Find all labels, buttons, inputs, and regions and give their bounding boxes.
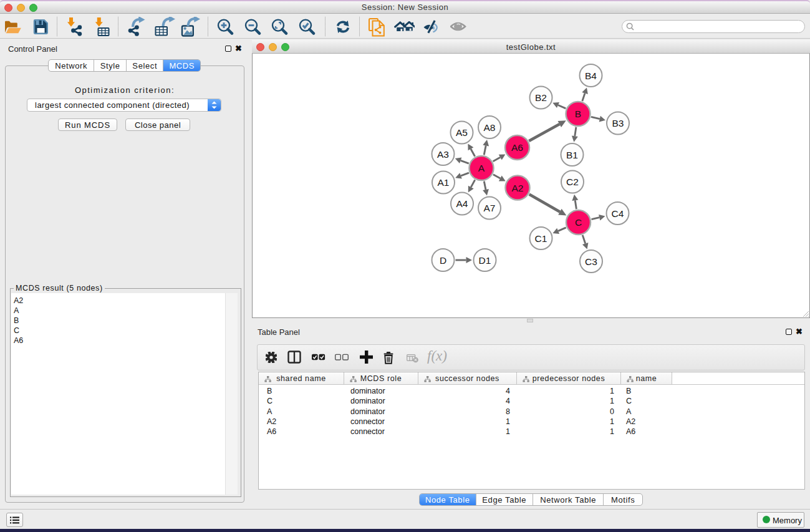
svg-text:B2: B2: [535, 92, 547, 103]
svg-text:A2: A2: [512, 183, 524, 193]
svg-text:A8: A8: [484, 122, 496, 133]
svg-text:A7: A7: [484, 203, 496, 213]
svg-text:C4: C4: [612, 208, 624, 219]
svg-text:C: C: [575, 217, 582, 228]
svg-text:D: D: [440, 255, 446, 266]
svg-text:A5: A5: [456, 127, 468, 138]
svg-text:C3: C3: [585, 256, 597, 267]
svg-text:B3: B3: [612, 118, 624, 128]
svg-text:A6: A6: [511, 142, 523, 153]
svg-text:A1: A1: [438, 177, 450, 188]
svg-text:D1: D1: [479, 255, 491, 266]
svg-text:B4: B4: [585, 70, 597, 81]
svg-text:A3: A3: [437, 149, 449, 160]
svg-text:A: A: [478, 163, 485, 173]
svg-text:B: B: [575, 109, 581, 119]
svg-text:C2: C2: [566, 177, 579, 187]
svg-text:B1: B1: [566, 150, 578, 160]
svg-text:A4: A4: [456, 198, 468, 209]
svg-text:C1: C1: [535, 233, 547, 244]
